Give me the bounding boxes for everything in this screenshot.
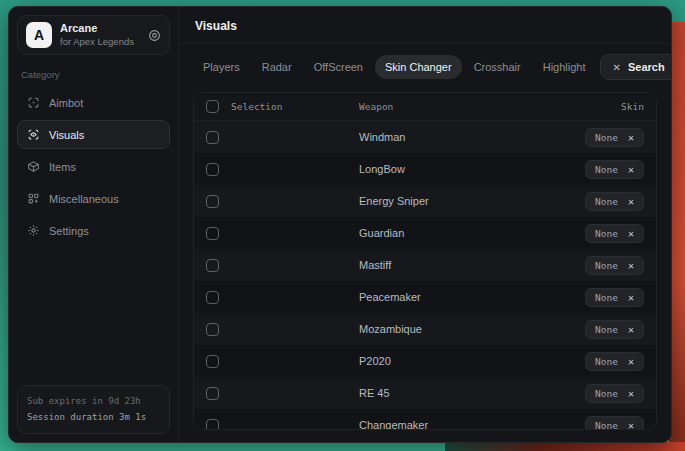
skin-select[interactable]: None ✕ <box>585 128 644 147</box>
weapon-name: Energy Sniper <box>346 195 564 207</box>
grid-icon <box>27 192 40 205</box>
main-panel: Visuals PlayersRadarOffScreenSkin Change… <box>179 7 671 442</box>
row-checkbox[interactable] <box>206 163 219 176</box>
skin-select[interactable]: None ✕ <box>585 384 644 403</box>
selection-column-header: Selection <box>231 101 282 112</box>
weapon-name: P2020 <box>346 355 564 367</box>
tab-highlight[interactable]: Highlight <box>533 55 596 79</box>
weapons-table: Selection Weapon Skin Windman None <box>193 92 657 430</box>
table-body: Windman None ✕ LongBow <box>194 121 656 430</box>
sidebar-item-aimbot[interactable]: Aimbot <box>17 88 170 117</box>
table-row: Mozambique None ✕ <box>194 313 656 345</box>
clear-skin-icon[interactable]: ✕ <box>628 260 634 271</box>
skin-value: None <box>595 292 618 303</box>
sub-expires-text: Sub expires in 9d 23h <box>27 394 160 409</box>
skin-value: None <box>595 132 618 143</box>
eye-scan-icon <box>27 128 40 141</box>
x-icon: ✕ <box>613 62 621 73</box>
row-checkbox[interactable] <box>206 291 219 304</box>
lifebuoy-icon[interactable] <box>148 29 161 42</box>
session-info-card: Sub expires in 9d 23h Session duration 3… <box>17 385 170 434</box>
table-header-row: Selection Weapon Skin <box>194 93 656 121</box>
skin-value: None <box>595 164 618 175</box>
weapon-name: Mastiff <box>346 259 564 271</box>
clear-skin-icon[interactable]: ✕ <box>628 324 634 335</box>
gear-icon <box>27 224 40 237</box>
clear-skin-icon[interactable]: ✕ <box>628 228 634 239</box>
skin-value: None <box>595 228 618 239</box>
app-name: Arcane <box>60 22 140 36</box>
row-checkbox[interactable] <box>206 131 219 144</box>
table-row: Energy Sniper None ✕ <box>194 185 656 217</box>
session-duration-text: Session duration 3m 1s <box>27 410 160 425</box>
table-row: P2020 None ✕ <box>194 345 656 377</box>
app-logo: A <box>26 22 52 48</box>
skin-select[interactable]: None ✕ <box>585 416 644 431</box>
row-checkbox[interactable] <box>206 227 219 240</box>
clear-skin-icon[interactable]: ✕ <box>628 388 634 399</box>
weapon-column-header: Weapon <box>346 101 564 112</box>
package-icon <box>27 160 40 173</box>
table-row: Mastiff None ✕ <box>194 249 656 281</box>
table-row: RE 45 None ✕ <box>194 377 656 409</box>
table-row: Windman None ✕ <box>194 121 656 153</box>
skin-value: None <box>595 420 618 431</box>
weapon-name: LongBow <box>346 163 564 175</box>
tab-skin-changer[interactable]: Skin Changer <box>375 55 462 79</box>
weapon-name: RE 45 <box>346 387 564 399</box>
clear-skin-icon[interactable]: ✕ <box>628 132 634 143</box>
clear-skin-icon[interactable]: ✕ <box>628 356 634 367</box>
row-checkbox[interactable] <box>206 387 219 400</box>
skin-select[interactable]: None ✕ <box>585 320 644 339</box>
sidebar-item-visuals[interactable]: Visuals <box>17 120 170 149</box>
row-checkbox[interactable] <box>206 323 219 336</box>
search-button-label: Search <box>628 61 665 73</box>
skin-value: None <box>595 260 618 271</box>
tab-radar[interactable]: Radar <box>252 55 302 79</box>
sidebar-item-label: Items <box>49 161 76 173</box>
tab-players[interactable]: Players <box>193 55 250 79</box>
search-button[interactable]: ✕ Search <box>600 54 672 80</box>
clear-skin-icon[interactable]: ✕ <box>628 292 634 303</box>
skin-value: None <box>595 324 618 335</box>
sidebar-item-miscellaneous[interactable]: Miscellaneous <box>17 184 170 213</box>
sidebar: A Arcane for Apex Legends Category Aimbo… <box>9 7 179 442</box>
table-row: Guardian None ✕ <box>194 217 656 249</box>
tab-offscreen[interactable]: OffScreen <box>304 55 373 79</box>
weapon-name: Windman <box>346 131 564 143</box>
weapon-name: Changemaker <box>346 419 564 430</box>
skin-select[interactable]: None ✕ <box>585 160 644 179</box>
select-all-checkbox[interactable] <box>206 100 219 113</box>
sidebar-item-label: Miscellaneous <box>49 193 119 205</box>
crosshair-icon <box>27 96 40 109</box>
skin-select[interactable]: None ✕ <box>585 192 644 211</box>
skin-column-header: Skin <box>564 101 644 112</box>
sidebar-item-items[interactable]: Items <box>17 152 170 181</box>
weapon-name: Guardian <box>346 227 564 239</box>
row-checkbox[interactable] <box>206 419 219 431</box>
skin-select[interactable]: None ✕ <box>585 352 644 371</box>
clear-skin-icon[interactable]: ✕ <box>628 164 634 175</box>
tab-crosshair[interactable]: Crosshair <box>464 55 531 79</box>
weapon-name: Mozambique <box>346 323 564 335</box>
clear-skin-icon[interactable]: ✕ <box>628 420 634 431</box>
row-checkbox[interactable] <box>206 355 219 368</box>
table-row: Peacemaker None ✕ <box>194 281 656 313</box>
table-row: LongBow None ✕ <box>194 153 656 185</box>
skin-select[interactable]: None ✕ <box>585 224 644 243</box>
skin-value: None <box>595 356 618 367</box>
skin-select[interactable]: None ✕ <box>585 288 644 307</box>
skin-value: None <box>595 388 618 399</box>
row-checkbox[interactable] <box>206 259 219 272</box>
weapon-name: Peacemaker <box>346 291 564 303</box>
page-title: Visuals <box>195 19 655 33</box>
skin-select[interactable]: None ✕ <box>585 256 644 275</box>
sidebar-item-settings[interactable]: Settings <box>17 216 170 245</box>
row-checkbox[interactable] <box>206 195 219 208</box>
main-header: Visuals <box>179 7 671 44</box>
clear-skin-icon[interactable]: ✕ <box>628 196 634 207</box>
game-background-red-bottom <box>445 442 685 451</box>
category-label: Category <box>21 69 166 80</box>
table-row: Changemaker None ✕ <box>194 409 656 430</box>
sidebar-item-label: Aimbot <box>49 97 83 109</box>
